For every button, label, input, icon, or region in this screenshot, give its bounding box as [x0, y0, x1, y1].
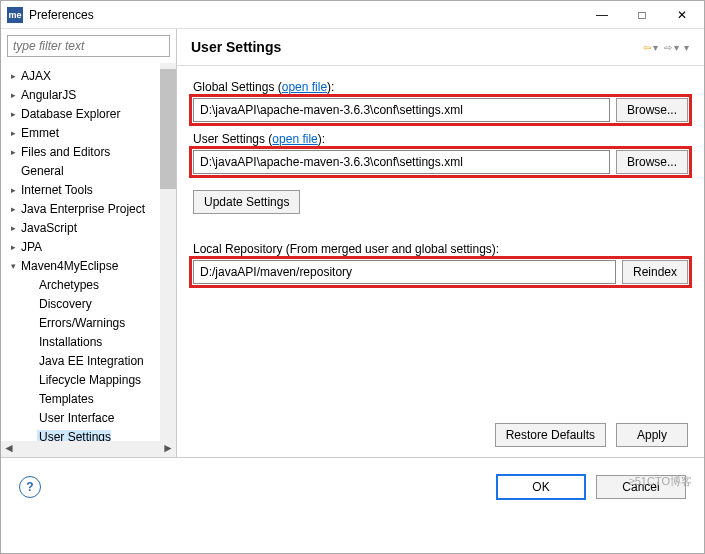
nav-back-menu-icon[interactable]: ▾: [653, 42, 658, 53]
tree-item-label: Templates: [37, 392, 94, 406]
tree-item[interactable]: ▸Emmet: [1, 123, 176, 142]
user-settings-group: User Settings (open file): Browse...: [193, 132, 688, 174]
tree-item-label: Internet Tools: [19, 183, 93, 197]
nav-forward-menu-icon[interactable]: ▾: [674, 42, 679, 53]
chevron-down-icon[interactable]: ▾: [7, 261, 19, 271]
chevron-right-icon[interactable]: ▸: [7, 185, 19, 195]
tree-item-label: AJAX: [19, 69, 51, 83]
update-settings-button[interactable]: Update Settings: [193, 190, 300, 214]
tree-item-label: User Settings: [37, 430, 111, 442]
chevron-right-icon[interactable]: ▸: [7, 90, 19, 100]
reindex-button[interactable]: Reindex: [622, 260, 688, 284]
user-settings-input[interactable]: [193, 150, 610, 174]
minimize-button[interactable]: —: [582, 2, 622, 28]
tree-item[interactable]: General: [1, 161, 176, 180]
tree-item-label: Emmet: [19, 126, 59, 140]
tree-item-label: JavaScript: [19, 221, 77, 235]
apply-button[interactable]: Apply: [616, 423, 688, 447]
local-repository-label: Local Repository (From merged user and g…: [193, 242, 688, 256]
global-browse-button[interactable]: Browse...: [616, 98, 688, 122]
global-open-file-link[interactable]: open file: [282, 80, 327, 94]
tree-item-label: Files and Editors: [19, 145, 110, 159]
tree-scroll-thumb[interactable]: [160, 69, 176, 189]
tree-item-label: Installations: [37, 335, 102, 349]
chevron-right-icon[interactable]: ▸: [7, 204, 19, 214]
tree-scrollbar[interactable]: [160, 63, 176, 441]
tree-item[interactable]: Lifecycle Mappings: [1, 370, 176, 389]
tree-item-label: Errors/Warnings: [37, 316, 125, 330]
tree-item[interactable]: Templates: [1, 389, 176, 408]
chevron-right-icon[interactable]: ▸: [7, 223, 19, 233]
chevron-right-icon[interactable]: ▸: [7, 147, 19, 157]
chevron-right-icon[interactable]: ▸: [7, 242, 19, 252]
local-repository-input[interactable]: [193, 260, 616, 284]
nav-history: ⇦▾ ⇨▾ ▾: [642, 40, 690, 54]
tree-item-label: JPA: [19, 240, 42, 254]
tree-item-label: User Interface: [37, 411, 114, 425]
tree-hscroll[interactable]: ◄ ►: [1, 441, 176, 457]
tree-item[interactable]: ▸Java Enterprise Project: [1, 199, 176, 218]
tree-item[interactable]: User Settings: [1, 427, 176, 441]
nav-menu-icon[interactable]: ▾: [684, 42, 689, 53]
main-panel: User Settings ⇦▾ ⇨▾ ▾ Global Settings (o…: [177, 29, 704, 457]
scroll-right-icon[interactable]: ►: [160, 441, 176, 457]
nav-forward-icon[interactable]: ⇨: [664, 42, 672, 53]
nav-back-icon[interactable]: ⇦: [643, 42, 651, 53]
scroll-left-icon[interactable]: ◄: [1, 441, 17, 457]
global-settings-label: Global Settings (open file):: [193, 80, 688, 94]
tree-item-label: Maven4MyEclipse: [19, 259, 118, 273]
user-settings-label: User Settings (open file):: [193, 132, 688, 146]
chevron-right-icon[interactable]: ▸: [7, 71, 19, 81]
tree-item-label: AngularJS: [19, 88, 76, 102]
tree-item-label: Lifecycle Mappings: [37, 373, 141, 387]
tree-item[interactable]: ▸Database Explorer: [1, 104, 176, 123]
sidebar: ▸AJAX▸AngularJS▸Database Explorer▸Emmet▸…: [1, 29, 177, 457]
tree-item[interactable]: Archetypes: [1, 275, 176, 294]
watermark: ≥51CTO博客: [629, 474, 692, 489]
tree-item-label: Archetypes: [37, 278, 99, 292]
tree-item[interactable]: ▸Files and Editors: [1, 142, 176, 161]
page-title: User Settings: [191, 39, 642, 55]
title-bar: me Preferences — □ ✕: [1, 1, 704, 29]
tree-item[interactable]: ▸JavaScript: [1, 218, 176, 237]
tree-item[interactable]: ▾Maven4MyEclipse: [1, 256, 176, 275]
tree-item[interactable]: Installations: [1, 332, 176, 351]
local-repository-group: Local Repository (From merged user and g…: [193, 242, 688, 284]
tree-item[interactable]: ▸AJAX: [1, 66, 176, 85]
help-icon[interactable]: ?: [19, 476, 41, 498]
ok-button[interactable]: OK: [496, 474, 586, 500]
preferences-tree[interactable]: ▸AJAX▸AngularJS▸Database Explorer▸Emmet▸…: [1, 63, 176, 441]
tree-item[interactable]: User Interface: [1, 408, 176, 427]
global-settings-input[interactable]: [193, 98, 610, 122]
chevron-right-icon[interactable]: ▸: [7, 109, 19, 119]
tree-item[interactable]: ▸AngularJS: [1, 85, 176, 104]
app-icon: me: [7, 7, 23, 23]
tree-item-label: Discovery: [37, 297, 92, 311]
tree-item[interactable]: Errors/Warnings: [1, 313, 176, 332]
maximize-button[interactable]: □: [622, 2, 662, 28]
tree-item[interactable]: Discovery: [1, 294, 176, 313]
tree-item-label: Java Enterprise Project: [19, 202, 145, 216]
restore-defaults-button[interactable]: Restore Defaults: [495, 423, 606, 447]
close-button[interactable]: ✕: [662, 2, 702, 28]
tree-item[interactable]: ▸JPA: [1, 237, 176, 256]
dialog-footer: ? OK Cancel: [1, 457, 704, 515]
filter-input[interactable]: [7, 35, 170, 57]
tree-item-label: General: [19, 164, 64, 178]
tree-item[interactable]: ▸Internet Tools: [1, 180, 176, 199]
user-open-file-link[interactable]: open file: [272, 132, 317, 146]
tree-item-label: Database Explorer: [19, 107, 120, 121]
window-title: Preferences: [29, 8, 582, 22]
filter-box: [7, 35, 170, 57]
user-browse-button[interactable]: Browse...: [616, 150, 688, 174]
global-settings-group: Global Settings (open file): Browse...: [193, 80, 688, 122]
chevron-right-icon[interactable]: ▸: [7, 128, 19, 138]
tree-item[interactable]: Java EE Integration: [1, 351, 176, 370]
tree-item-label: Java EE Integration: [37, 354, 144, 368]
